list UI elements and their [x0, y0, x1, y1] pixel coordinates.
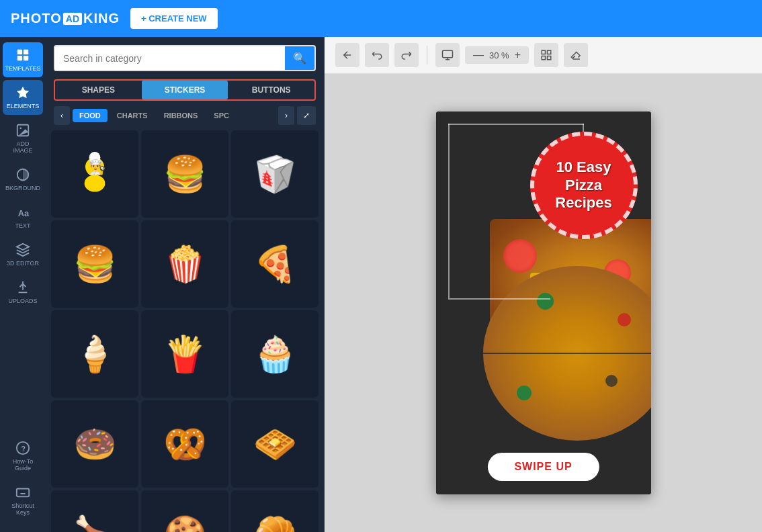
tab-bar: SHAPES STICKERS BUTTONS: [54, 79, 316, 101]
sidebar-item-templates[interactable]: TEMPLATES: [3, 42, 43, 77]
category-ribbons[interactable]: RIBBONS: [157, 109, 205, 122]
sticker-icecream[interactable]: 🍦: [51, 310, 138, 398]
search-input[interactable]: [55, 48, 285, 69]
sidebar-label-how-to: How-To Guide: [7, 458, 39, 472]
svg-rect-19: [547, 56, 550, 60]
sidebar-item-shortcut[interactable]: Shortcut Keys: [3, 480, 43, 521]
back-button[interactable]: [335, 43, 359, 67]
sidebar-item-uploads[interactable]: UPLOADS: [3, 275, 43, 310]
sticker-fries[interactable]: 🍟: [141, 310, 228, 398]
sidebar-item-elements[interactable]: ELEMENTS: [3, 80, 43, 115]
sticker-drumstick[interactable]: 🍗: [51, 490, 138, 532]
logo: PHOTO AD KING: [11, 11, 120, 26]
sidebar-label-background: BKGROUND: [5, 185, 40, 191]
zoom-control: — 30 % +: [465, 46, 529, 64]
sidebar-label-elements: ELEMENTS: [7, 103, 40, 109]
tab-buttons[interactable]: BUTTONS: [228, 81, 314, 99]
category-sports[interactable]: SPC: [207, 109, 236, 122]
zoom-minus-button[interactable]: —: [470, 49, 486, 61]
sticker-popcorn[interactable]: 🍿: [141, 220, 228, 308]
category-expand-button[interactable]: ⤢: [297, 106, 316, 125]
history-back-button[interactable]: [365, 43, 389, 67]
sidebar-item-how-to[interactable]: ? How-To Guide: [3, 435, 43, 477]
sidebar-label-text: TEXT: [15, 222, 30, 229]
topbar: PHOTO AD KING + CREATE NEW: [0, 0, 762, 37]
svg-rect-2: [17, 56, 22, 60]
logo-text-king: KING: [83, 11, 120, 26]
sticker-waffle[interactable]: 🧇: [231, 400, 319, 488]
sticker-chef[interactable]: 👨‍🍳: [51, 130, 138, 218]
sidebar-label-add-image: ADD IMAGE: [7, 140, 39, 154]
sidebar-item-3d-editor[interactable]: 3D EDITOR: [3, 237, 43, 272]
logo-text-photo: PHOTO: [11, 11, 62, 26]
sticker-burger[interactable]: 🍔: [141, 130, 228, 218]
sidebar-item-background[interactable]: BKGROUND: [3, 162, 43, 197]
sticker-cookie[interactable]: 🍪: [141, 490, 228, 532]
search-bar: 🔍: [54, 45, 316, 71]
sticker-donut[interactable]: 🍩: [51, 400, 138, 488]
sticker-cupcake[interactable]: 🧁: [231, 310, 319, 398]
sidebar-label-shortcut: Shortcut Keys: [7, 502, 39, 516]
category-prev-button[interactable]: ‹: [54, 106, 70, 125]
swipe-up-button[interactable]: SWIPE UP: [487, 453, 599, 481]
create-new-button[interactable]: + CREATE NEW: [130, 8, 218, 29]
frame-line-bottom: [448, 298, 550, 300]
toolbar-sep1: [427, 46, 427, 64]
sidebar-item-text[interactable]: Aa TEXT: [3, 200, 43, 234]
sticker-pretzel[interactable]: 🥨: [141, 400, 228, 488]
left-sidebar: TEMPLATES ELEMENTS ADD IMAGE BKGROUND Aa…: [0, 37, 46, 532]
svg-rect-1: [24, 50, 28, 54]
recipe-circle: 10 Easy Pizza Recipes: [530, 132, 638, 239]
tab-stickers[interactable]: STICKERS: [142, 81, 228, 99]
history-forward-button[interactable]: [394, 43, 419, 67]
category-row: ‹ FOOD CHARTS RIBBONS SPC › ⤢: [54, 106, 316, 125]
svg-rect-18: [542, 56, 545, 60]
sticker-box[interactable]: 🥡: [231, 130, 319, 218]
recipe-title: 10 Easy Pizza Recipes: [555, 159, 611, 212]
svg-text:?: ?: [21, 445, 26, 453]
category-charts[interactable]: CHARTS: [110, 109, 155, 122]
search-button[interactable]: 🔍: [285, 46, 314, 70]
sidebar-label-uploads: UPLOADS: [8, 298, 37, 304]
main-layout: TEMPLATES ELEMENTS ADD IMAGE BKGROUND Aa…: [0, 37, 762, 532]
sticker-area: 👨‍🍳 🍔 🥡 🍔 🍿 🍕: [46, 130, 324, 532]
svg-rect-17: [547, 50, 550, 54]
svg-rect-15: [443, 50, 453, 58]
zoom-plus-button[interactable]: +: [512, 49, 523, 61]
editor-area: — 30 % +: [325, 37, 762, 532]
sidebar-label-3d-editor: 3D EDITOR: [7, 260, 39, 267]
category-next-button[interactable]: ›: [278, 106, 294, 125]
frame-line-left: [448, 124, 450, 298]
canvas-area: 10 Easy Pizza Recipes SWIPE UP: [325, 74, 762, 532]
sticker-grid: 👨‍🍳 🍔 🥡 🍔 🍿 🍕: [51, 130, 319, 532]
frame-line-top: [448, 124, 584, 125]
sticker-pizza-slice[interactable]: 🍕: [231, 220, 319, 308]
svg-point-5: [19, 127, 22, 129]
svg-rect-10: [17, 489, 29, 497]
svg-text:Aa: Aa: [18, 208, 30, 218]
sidebar-item-add-image[interactable]: ADD IMAGE: [3, 118, 43, 159]
grid-button[interactable]: [534, 43, 558, 67]
screen-button[interactable]: [435, 43, 460, 67]
svg-text:👨‍🍳: 👨‍🍳: [88, 159, 106, 176]
svg-point-12: [85, 175, 105, 191]
sidebar-label-templates: TEMPLATES: [5, 65, 41, 72]
svg-rect-0: [17, 50, 22, 54]
erase-button[interactable]: [564, 43, 588, 67]
sidebar-bottom: ? How-To Guide Shortcut Keys: [3, 435, 43, 527]
svg-rect-3: [24, 56, 28, 60]
tab-shapes[interactable]: SHAPES: [55, 81, 142, 99]
design-canvas[interactable]: 10 Easy Pizza Recipes SWIPE UP: [436, 112, 651, 494]
sticker-burger2[interactable]: 🍔: [51, 220, 138, 308]
elements-panel: 🔍 SHAPES STICKERS BUTTONS ‹ FOOD CHARTS …: [46, 37, 325, 532]
category-food[interactable]: FOOD: [73, 109, 108, 122]
zoom-value: 30 %: [489, 50, 509, 60]
sticker-chips[interactable]: 🥐: [231, 490, 319, 532]
editor-toolbar: — 30 % +: [325, 37, 762, 74]
category-items: FOOD CHARTS RIBBONS SPC: [73, 109, 276, 122]
svg-rect-16: [542, 50, 545, 54]
logo-ad-badge: AD: [63, 13, 82, 25]
